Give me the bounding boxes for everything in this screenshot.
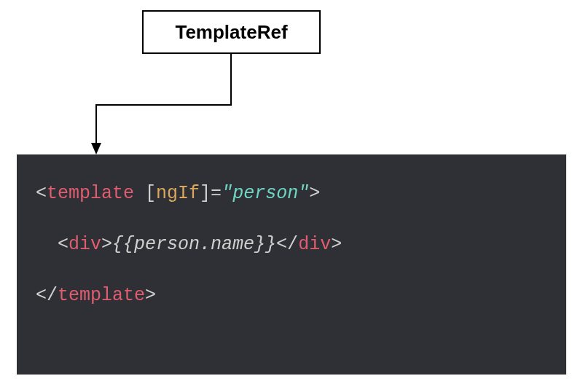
template-ref-label-box: TemplateRef bbox=[142, 10, 321, 54]
equals: = bbox=[211, 183, 222, 204]
tag-div: div bbox=[69, 234, 101, 255]
code-line-1: <template [ngIf]="person"> bbox=[36, 183, 320, 204]
tag-div-close: div bbox=[298, 234, 331, 255]
lbracket: [ bbox=[145, 183, 156, 204]
attr-ngif: ngIf bbox=[156, 183, 200, 204]
code-block: <template [ngIf]="person"> <div>{{person… bbox=[17, 154, 566, 375]
code-line-2: <div>{{person.name}}</div> bbox=[36, 234, 342, 255]
attr-value-person: "person" bbox=[222, 183, 309, 204]
angle-close: > bbox=[145, 285, 156, 306]
template-ref-label: TemplateRef bbox=[175, 21, 287, 44]
interpolation-person-name: {{person.name}} bbox=[112, 234, 276, 255]
angle-open: < bbox=[36, 183, 47, 204]
arrow-from-label-to-code bbox=[87, 54, 233, 154]
angle-close: > bbox=[309, 183, 320, 204]
indent bbox=[36, 234, 58, 255]
space bbox=[134, 183, 145, 204]
svg-marker-0 bbox=[91, 143, 101, 154]
angle-open-close: </ bbox=[276, 234, 298, 255]
code-line-3: </template> bbox=[36, 285, 156, 306]
rbracket: ] bbox=[200, 183, 211, 204]
angle-open-close: </ bbox=[36, 285, 58, 306]
angle-close: > bbox=[331, 234, 342, 255]
angle-close: > bbox=[101, 234, 112, 255]
tag-template: template bbox=[47, 183, 134, 204]
angle-open: < bbox=[58, 234, 69, 255]
tag-template-close: template bbox=[58, 285, 145, 306]
